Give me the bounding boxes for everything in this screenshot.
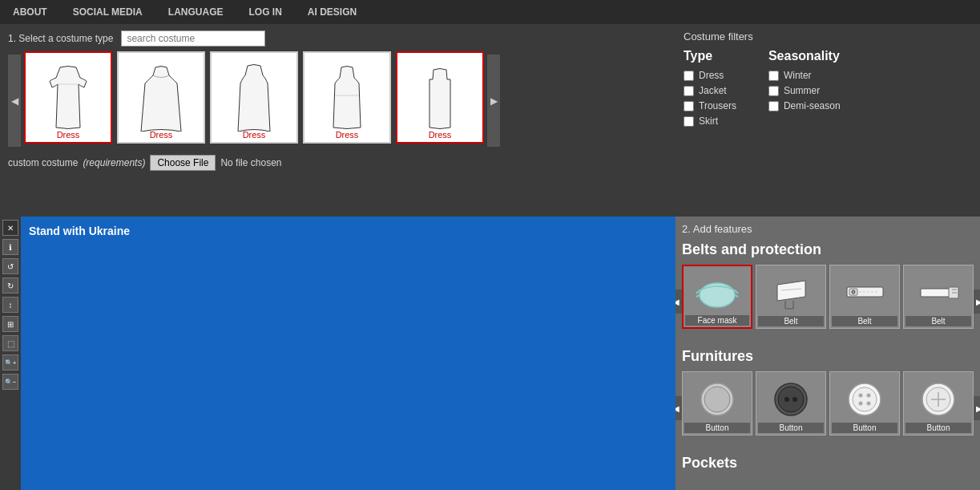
button-4-label: Button xyxy=(905,423,971,433)
move-tool[interactable]: ↕ xyxy=(2,297,18,313)
svg-point-23 xyxy=(853,387,877,411)
feature-belt-2[interactable]: Belt xyxy=(829,265,900,329)
seasonality-heading: Seasonality xyxy=(768,49,841,63)
svg-point-10 xyxy=(852,290,855,294)
svg-line-3 xyxy=(696,290,700,294)
button-1-label: Button xyxy=(684,423,750,433)
no-file-text: No file chosen xyxy=(220,157,281,168)
belts-scroll-left[interactable]: ◀ xyxy=(676,290,682,314)
svg-point-26 xyxy=(858,401,862,405)
add-features-label: 2. Add features xyxy=(682,223,974,235)
select-tool[interactable]: ⬚ xyxy=(2,335,18,351)
costume-gallery: Dress Dress Dress xyxy=(24,51,484,144)
filters-grid: Type Dress Jacket Trousers Skirt Seasona… xyxy=(684,49,972,131)
costume-thumb-4[interactable]: Dress xyxy=(303,51,391,144)
gallery-scroll-right[interactable]: ▶ xyxy=(487,55,500,147)
costume-thumb-5[interactable]: Dress xyxy=(396,51,484,144)
belts-scroll-right[interactable]: ▶ xyxy=(974,290,980,314)
filter-winter[interactable]: Winter xyxy=(768,70,841,81)
left-toolbar: ✕ ℹ ↺ ↻ ↕ ⊞ ⬚ 🔍+ 🔍− xyxy=(0,217,21,490)
costume-label-2: Dress xyxy=(150,130,173,140)
svg-point-17 xyxy=(704,387,730,412)
svg-point-19 xyxy=(778,387,804,412)
svg-point-24 xyxy=(858,393,862,397)
svg-point-27 xyxy=(866,401,870,405)
svg-line-5 xyxy=(735,290,738,294)
feature-button-1[interactable]: Button xyxy=(682,371,752,435)
belt-1-label: Belt xyxy=(758,316,824,326)
svg-point-20 xyxy=(784,397,789,402)
undo-tool[interactable]: ↺ xyxy=(2,258,18,274)
seasonality-filter-col: Seasonality Winter Summer Demi-season xyxy=(768,49,841,131)
nav-item-about[interactable]: ABOUT xyxy=(8,3,52,21)
costume-label-5: Dress xyxy=(429,130,452,140)
face-mask-label: Face mask xyxy=(685,315,749,326)
nav-item-ai-design[interactable]: AI DESIGN xyxy=(303,3,361,21)
close-tool[interactable]: ✕ xyxy=(2,220,18,236)
furnitures-title: Furnitures xyxy=(682,348,974,365)
step-label: 1. Select a costume type xyxy=(8,33,113,44)
costume-thumb-1[interactable]: Dress xyxy=(24,51,112,144)
gallery-scroll-left[interactable]: ◀ xyxy=(8,55,21,147)
belt-2-label: Belt xyxy=(832,316,897,326)
feature-button-3[interactable]: Button xyxy=(829,371,900,435)
filters-area: Costume filters Type Dress Jacket Trouse… xyxy=(667,30,972,210)
filter-summer[interactable]: Summer xyxy=(768,85,841,96)
filter-skirt[interactable]: Skirt xyxy=(684,115,736,127)
right-panel: 2. Add features Belts and protection ◀ xyxy=(676,217,980,490)
costume-label-1: Dress xyxy=(57,130,80,140)
feature-button-4[interactable]: Button xyxy=(903,371,974,435)
feature-belt-3[interactable]: Belt xyxy=(903,265,974,329)
filters-title: Costume filters xyxy=(684,30,972,43)
pockets-title: Pockets xyxy=(682,455,974,472)
feature-belt-1[interactable]: Belt xyxy=(756,265,826,329)
filter-demi-season[interactable]: Demi-season xyxy=(768,100,841,111)
zoom-in-tool[interactable]: 🔍+ xyxy=(2,354,18,371)
costume-label-4: Dress xyxy=(336,130,359,140)
canvas-area: Stand with Ukraine xyxy=(21,217,676,490)
button-2-label: Button xyxy=(758,423,824,433)
grid-tool[interactable]: ⊞ xyxy=(2,316,18,332)
filter-trousers[interactable]: Trousers xyxy=(684,100,736,111)
canvas-title: Stand with Ukraine xyxy=(29,225,130,237)
feature-face-mask[interactable]: Face mask xyxy=(682,265,752,329)
filter-jacket[interactable]: Jacket xyxy=(684,85,736,96)
type-heading: Type xyxy=(684,49,736,63)
select-label: 1. Select a costume type xyxy=(8,30,667,47)
top-section: 1. Select a costume type ◀ Dress xyxy=(0,24,980,217)
belts-grid: Face mask Belt xyxy=(682,265,974,329)
costume-label-3: Dress xyxy=(243,130,266,140)
costume-thumb-2[interactable]: Dress xyxy=(117,51,205,144)
main-area: ✕ ℹ ↺ ↻ ↕ ⊞ ⬚ 🔍+ 🔍− Stand with Ukraine 2… xyxy=(0,217,980,490)
costume-thumb-3[interactable]: Dress xyxy=(210,51,298,144)
redo-tool[interactable]: ↻ xyxy=(2,277,18,294)
custom-costume-row: custom costume (requirements) Choose Fil… xyxy=(8,155,667,171)
nav-item-log-in[interactable]: LOG IN xyxy=(244,3,286,21)
type-filter-col: Type Dress Jacket Trousers Skirt xyxy=(684,49,736,131)
button-3-label: Button xyxy=(832,423,897,433)
feature-button-2[interactable]: Button xyxy=(756,371,826,435)
svg-point-25 xyxy=(866,393,870,397)
custom-label: custom costume xyxy=(8,157,78,168)
nav-item-social-media[interactable]: SOCIAL MEDIA xyxy=(68,3,147,21)
belt-3-label: Belt xyxy=(905,316,971,326)
costume-select-area: 1. Select a costume type ◀ Dress xyxy=(8,30,667,210)
custom-requirements: (requirements) xyxy=(83,157,145,168)
search-input[interactable] xyxy=(121,30,265,47)
choose-file-button[interactable]: Choose File xyxy=(150,155,216,171)
furnitures-grid: Button Button xyxy=(682,371,974,435)
svg-point-21 xyxy=(792,397,797,402)
nav-item-language[interactable]: LANGUAGE xyxy=(163,3,228,21)
zoom-out-tool[interactable]: 🔍− xyxy=(2,374,18,390)
navbar: ABOUTSOCIAL MEDIALANGUAGELOG INAI DESIGN xyxy=(0,0,980,24)
info-tool[interactable]: ℹ xyxy=(2,239,18,255)
furnitures-scroll-left[interactable]: ◀ xyxy=(676,396,682,420)
filter-dress[interactable]: Dress xyxy=(684,70,736,81)
belts-protection-title: Belts and protection xyxy=(682,241,974,258)
furnitures-scroll-right[interactable]: ▶ xyxy=(974,396,980,420)
